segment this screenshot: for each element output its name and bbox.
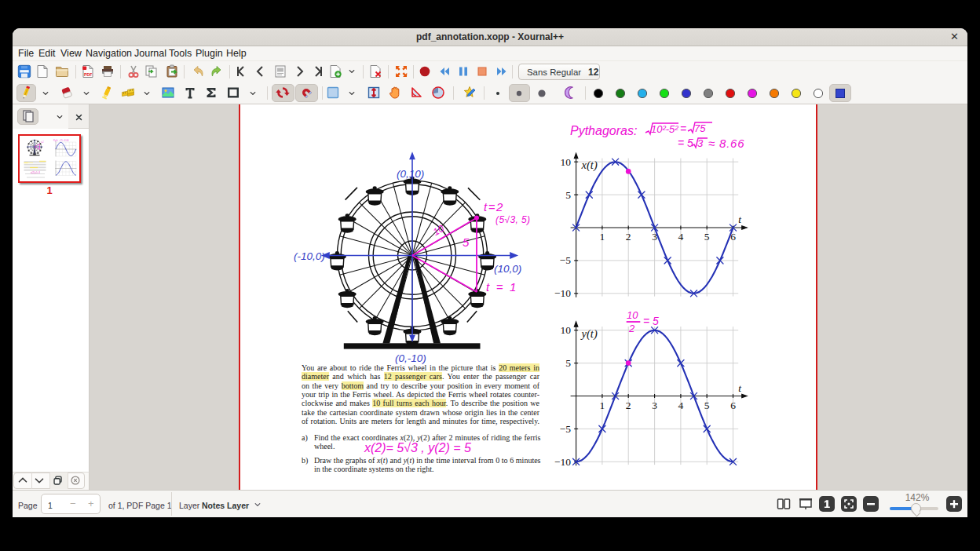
svg-text:−5: −5 [560, 423, 572, 435]
svg-text:10: 10 [627, 309, 638, 321]
svg-text:y(t): y(t) [580, 327, 598, 341]
svg-text:=: = [680, 122, 686, 135]
svg-text:t: t [738, 213, 742, 225]
svg-text:(10,0): (10,0) [494, 263, 521, 275]
svg-text:= 5: = 5 [643, 315, 659, 327]
svg-text:5: 5 [704, 231, 710, 243]
svg-text:≈ 8.66: ≈ 8.66 [708, 137, 744, 150]
svg-text:PDF: PDF [84, 72, 92, 77]
svg-text:2: 2 [626, 231, 631, 243]
svg-text:75: 75 [694, 122, 706, 134]
svg-text:(-10,0): (-10,0) [294, 250, 325, 262]
svg-text:5: 5 [704, 400, 710, 411]
svg-text:−5: −5 [560, 254, 572, 266]
svg-text:Pythagoras:: Pythagoras: [570, 124, 637, 137]
svg-text:(0,-10): (0,-10) [395, 352, 426, 364]
svg-text:4: 4 [678, 400, 684, 411]
svg-text:10²-5²: 10²-5² [651, 123, 678, 135]
svg-text:t=2: t=2 [41, 140, 44, 144]
svg-text:(5√3, 5): (5√3, 5) [495, 214, 530, 225]
svg-text:−10: −10 [554, 456, 571, 468]
svg-text:x(t): x(t) [581, 159, 598, 172]
svg-text:1: 1 [600, 400, 605, 411]
svg-text:5: 5 [565, 189, 571, 201]
svg-text:t = 1: t = 1 [486, 280, 518, 294]
svg-text:5: 5 [463, 235, 470, 249]
svg-text:2: 2 [626, 400, 631, 411]
svg-text:t: t [738, 382, 742, 394]
svg-text:x(2)=5√3: x(2)=5√3 [31, 170, 40, 173]
svg-text:−10: −10 [554, 287, 571, 299]
svg-text:= 5: = 5 [678, 137, 693, 149]
svg-text:1: 1 [600, 231, 605, 243]
svg-text:t=2: t=2 [484, 200, 504, 213]
svg-text:10: 10 [561, 156, 572, 168]
svg-text:3: 3 [652, 400, 657, 411]
svg-text:4: 4 [678, 231, 684, 243]
svg-text:Pyth: √75 ≈8.66: Pyth: √75 ≈8.66 [53, 138, 69, 141]
svg-text:10: 10 [561, 324, 572, 336]
svg-text:(0,10): (0,10) [397, 168, 424, 180]
svg-text:2: 2 [628, 323, 635, 334]
svg-text:5: 5 [565, 357, 571, 369]
svg-text:6: 6 [730, 400, 736, 411]
